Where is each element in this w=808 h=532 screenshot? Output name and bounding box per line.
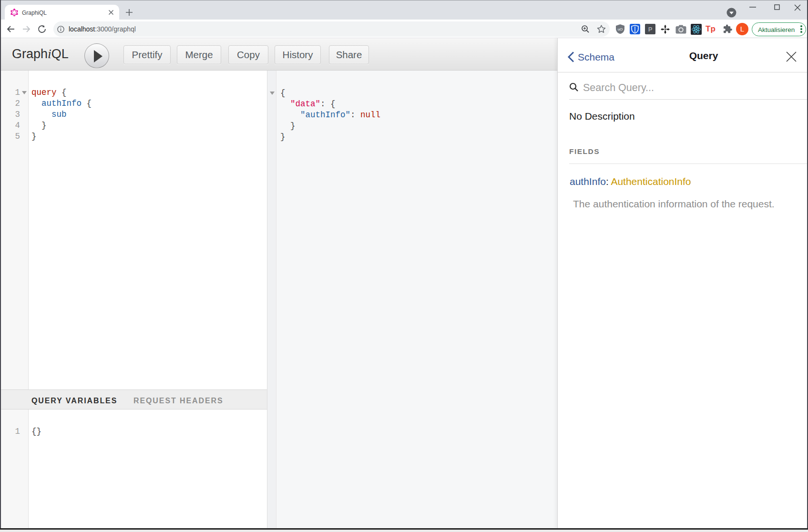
svg-text:uO: uO [618, 27, 623, 31]
svg-text:P: P [648, 26, 653, 33]
